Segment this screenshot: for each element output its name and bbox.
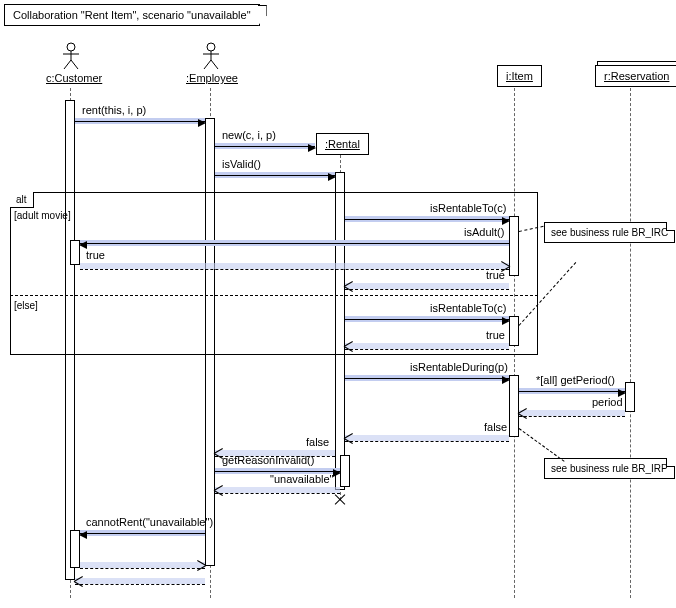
lifeline-reservation	[630, 88, 631, 598]
person-icon	[61, 42, 81, 70]
msg-isrentableduring: isRentableDuring(p)	[410, 361, 508, 373]
svg-point-0	[67, 43, 75, 51]
object-reservation: r:Reservation	[595, 65, 676, 87]
guard-adult: [adult movie]	[14, 210, 71, 221]
svg-point-5	[207, 43, 215, 51]
actor-employee: :Employee	[186, 42, 236, 84]
note-line-irp	[519, 428, 565, 462]
msg-new: new(c, i, p)	[222, 129, 276, 141]
destruction-rental	[333, 493, 347, 507]
guard-else: [else]	[14, 300, 38, 311]
arrow-isrentableto1	[345, 216, 509, 222]
svg-line-9	[211, 60, 218, 69]
activation-item-3	[509, 375, 519, 437]
svg-line-3	[64, 60, 71, 69]
msg-false1: false	[484, 421, 507, 433]
employee-label: :Employee	[186, 72, 236, 84]
person-icon	[201, 42, 221, 70]
diagram-title-text: Collaboration "Rent Item", scenario "una…	[13, 9, 251, 21]
activation-reservation	[625, 382, 635, 412]
msg-isrentableto2: isRentableTo(c)	[430, 302, 506, 314]
svg-line-8	[204, 60, 211, 69]
arrow-true3	[345, 343, 509, 349]
arrow-isadult	[80, 240, 509, 246]
msg-isadult: isAdult()	[464, 226, 504, 238]
msg-period: period	[592, 396, 623, 408]
arrow-getperiod	[519, 388, 625, 394]
alt-label: alt	[10, 192, 34, 208]
msg-isvalid: isValid()	[222, 158, 261, 170]
arrow-true2	[345, 283, 509, 289]
msg-true1: true	[86, 249, 105, 261]
arrow-cannotrent	[80, 530, 205, 536]
msg-getreason: getReasonInvalid()	[222, 454, 314, 466]
msg-false2: false	[306, 436, 329, 448]
arrow-false1	[345, 435, 509, 441]
msg-getperiod: *[all] getPeriod()	[536, 374, 615, 386]
diagram-title: Collaboration "Rent Item", scenario "una…	[4, 4, 260, 26]
msg-cannotrent: cannotRent("unavailable")	[86, 516, 213, 528]
object-item: i:Item	[497, 65, 542, 87]
arrow-isvalid	[215, 172, 335, 178]
arrow-true1	[80, 263, 509, 269]
msg-true2: true	[486, 269, 505, 281]
arrow-cannotrent-return	[80, 562, 205, 568]
msg-unavailable: "unavailable"	[270, 473, 333, 485]
msg-isrentableto1: isRentableTo(c)	[430, 202, 506, 214]
svg-line-4	[71, 60, 78, 69]
arrow-rent-return	[75, 578, 205, 584]
arrow-isrentableduring	[345, 375, 509, 381]
arrow-isrentableto2	[345, 316, 509, 322]
note-br-irc: see business rule BR_IRC	[544, 222, 675, 243]
arrow-period	[519, 410, 625, 416]
activation-rental-reason	[340, 455, 350, 487]
msg-rent: rent(this, i, p)	[82, 104, 146, 116]
arrow-unavailable	[215, 487, 340, 493]
object-rental: :Rental	[316, 133, 369, 155]
actor-customer: c:Customer	[46, 42, 96, 84]
customer-label: c:Customer	[46, 72, 96, 84]
msg-true3: true	[486, 329, 505, 341]
arrow-new	[215, 143, 315, 149]
arrow-rent	[75, 118, 205, 124]
alt-divider	[10, 295, 538, 296]
